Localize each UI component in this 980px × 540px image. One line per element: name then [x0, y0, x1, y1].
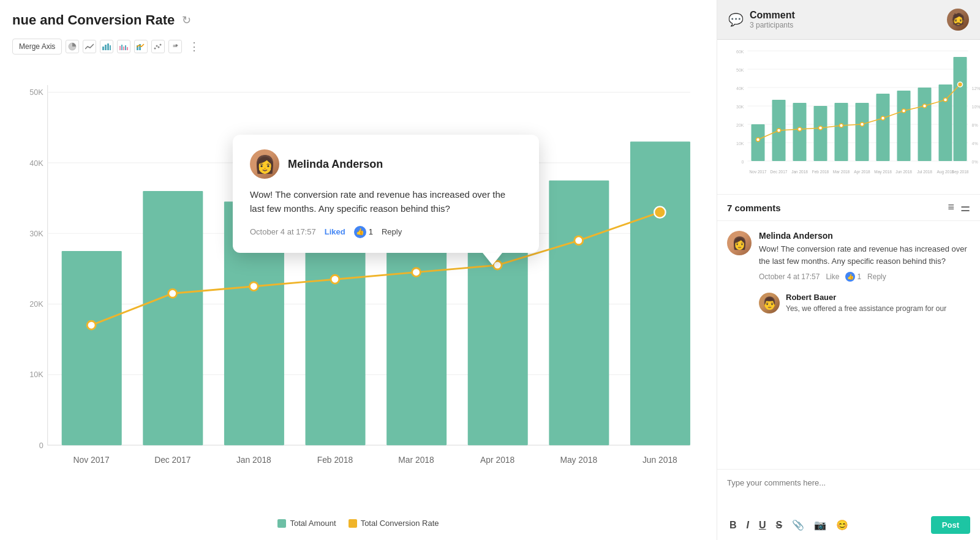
nested-author: Robert Bauer	[786, 293, 970, 302]
svg-rect-5	[119, 46, 121, 50]
svg-rect-77	[856, 103, 869, 161]
like-count: 1	[369, 227, 373, 236]
tooltip-time: October 4 at 17:57	[250, 227, 316, 236]
legend-total-amount: Total Amount	[277, 519, 336, 528]
svg-rect-78	[876, 94, 890, 161]
svg-point-87	[840, 124, 843, 127]
comment-panel: 💬 Comment 3 participants 0 10K 20K 30K 4…	[717, 0, 980, 540]
svg-rect-75	[814, 106, 827, 161]
legend-color-rate	[349, 519, 357, 528]
svg-rect-6	[121, 45, 123, 50]
tooltip-reply[interactable]: Reply	[382, 227, 402, 236]
comments-count-bar: 7 comments ≡ ⚌	[717, 195, 980, 221]
svg-rect-9	[127, 47, 128, 50]
strikethrough-button[interactable]: S	[774, 518, 785, 532]
legend-amount-label: Total Amount	[290, 519, 336, 528]
svg-point-44	[654, 206, 665, 217]
bar-chart-icon[interactable]	[100, 40, 113, 53]
svg-text:0: 0	[742, 160, 744, 164]
svg-text:Feb 2018: Feb 2018	[317, 455, 353, 465]
svg-rect-72	[752, 124, 765, 161]
comment-list[interactable]: Melinda Anderson Wow! The conversion rat…	[717, 221, 980, 469]
svg-rect-2	[105, 45, 107, 50]
underline-button[interactable]: U	[756, 518, 769, 532]
svg-point-15	[160, 44, 162, 46]
svg-point-40	[331, 275, 339, 283]
svg-text:30K: 30K	[736, 105, 744, 109]
align-icon[interactable]: ⚌	[960, 201, 970, 214]
svg-point-37	[87, 321, 96, 329]
tooltip-text: Wow! The conversion rate and revenue has…	[250, 187, 522, 216]
attach-button[interactable]: 📎	[790, 518, 807, 532]
svg-text:Feb 2018: Feb 2018	[812, 170, 829, 174]
mini-chart: 0 10K 20K 30K 40K 50K 60K 0% 4% 8% 10% 1…	[717, 40, 980, 195]
tooltip-author-name: Melinda Anderson	[288, 158, 383, 171]
svg-point-84	[777, 129, 781, 132]
svg-text:Nov 2017: Nov 2017	[750, 170, 767, 174]
svg-point-86	[819, 126, 823, 130]
post-button[interactable]: Post	[931, 516, 970, 534]
scatter-chart-icon[interactable]	[151, 40, 165, 53]
svg-text:May 2018: May 2018	[560, 455, 597, 465]
emoji-button[interactable]: 😊	[834, 518, 851, 532]
merge-axis-button[interactable]: Merge Axis	[12, 39, 62, 54]
svg-point-92	[944, 98, 948, 102]
grouped-bar-icon[interactable]	[117, 40, 130, 53]
svg-point-83	[756, 138, 760, 141]
comment-like[interactable]: Like	[826, 272, 839, 281]
like-thumb-icon: 👍	[354, 226, 366, 238]
comment-avatar-melinda	[727, 231, 752, 255]
comment-input[interactable]	[727, 478, 970, 509]
svg-text:20K: 20K	[29, 300, 43, 309]
svg-point-88	[861, 122, 864, 126]
refresh-icon[interactable]: ↻	[182, 13, 191, 27]
svg-text:Jun 2018: Jun 2018	[643, 455, 677, 465]
comment-reply[interactable]: Reply	[867, 272, 886, 281]
legend-conversion-rate: Total Conversion Rate	[349, 519, 439, 528]
svg-point-13	[156, 45, 158, 47]
comments-count: 7 comments	[727, 203, 781, 213]
chart-title: nue and Conversion Rate	[12, 12, 175, 28]
comment-toolbar: B I U S 📎 📷 😊 Post	[727, 516, 970, 534]
more-button[interactable]: ⋮	[186, 38, 203, 55]
svg-point-93	[958, 82, 963, 87]
svg-text:8%: 8%	[972, 123, 978, 127]
comment-tooltip: Melinda Anderson Wow! The conversion rat…	[233, 135, 539, 253]
comment-like-number: 1	[857, 272, 861, 281]
comment-item: Melinda Anderson Wow! The conversion rat…	[727, 231, 970, 282]
comment-actions: October 4 at 17:57 Like 👍 1 Reply	[759, 272, 970, 282]
camera-button[interactable]: 📷	[812, 518, 829, 532]
svg-point-12	[154, 48, 156, 50]
tooltip-actions: October 4 at 17:57 Liked 👍 1 Reply	[250, 226, 522, 238]
italic-button[interactable]: I	[744, 518, 752, 532]
comment-panel-icon: 💬	[728, 12, 744, 27]
svg-rect-74	[793, 103, 807, 161]
svg-rect-36	[630, 141, 690, 445]
chart-area: nue and Conversion Rate ↻ Merge Axis ⋮	[0, 0, 717, 540]
line-chart-icon[interactable]	[83, 40, 96, 53]
comment-time: October 4 at 17:57	[759, 272, 820, 281]
bold-button[interactable]: B	[727, 518, 739, 532]
svg-text:40K: 40K	[736, 86, 744, 91]
hamburger-icon[interactable]: ≡	[948, 201, 954, 214]
svg-text:Jan 2018: Jan 2018	[236, 455, 271, 465]
pie-chart-icon[interactable]	[66, 40, 79, 53]
svg-text:Dec 2017: Dec 2017	[154, 455, 190, 465]
svg-text:12%: 12%	[972, 86, 981, 91]
combo-chart-icon[interactable]	[134, 40, 148, 53]
svg-rect-32	[306, 219, 366, 445]
comment-panel-title: Comment	[750, 10, 795, 21]
svg-rect-82	[954, 57, 967, 161]
svg-text:10K: 10K	[736, 141, 744, 146]
svg-text:Jun 2018: Jun 2018	[895, 170, 912, 174]
legend-rate-label: Total Conversion Rate	[361, 519, 439, 528]
legend-color-amount	[277, 519, 286, 528]
tooltip-liked[interactable]: Liked	[325, 227, 345, 236]
svg-text:Mar 2018: Mar 2018	[833, 170, 850, 174]
svg-rect-79	[897, 91, 911, 161]
svg-text:Nov 2017: Nov 2017	[74, 455, 110, 465]
tooltip-author: Melinda Anderson	[250, 149, 522, 179]
svg-point-39	[249, 282, 258, 291]
svg-rect-76	[835, 103, 848, 161]
more-options-icon[interactable]	[168, 40, 182, 53]
